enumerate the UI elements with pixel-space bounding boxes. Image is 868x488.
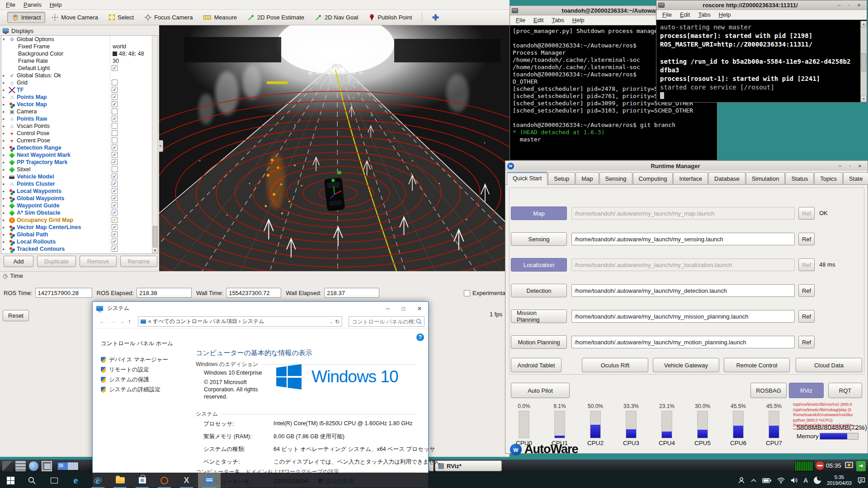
scroll-up-icon[interactable]: ▲ <box>861 21 867 27</box>
expander-icon[interactable]: ▸ <box>3 159 9 166</box>
property-row[interactable]: Frame Rate 30 <box>1 57 152 65</box>
rviz-button[interactable]: RViz <box>789 383 824 398</box>
display-item[interactable]: ▸ Local Rollouts <box>1 238 152 245</box>
close-icon[interactable]: ✕ <box>417 305 422 312</box>
display-item[interactable]: ▸ Grid <box>1 79 152 86</box>
display-item[interactable]: ▸ Vehicle Model <box>1 173 152 180</box>
launch-toggle-button[interactable]: Mission Planning <box>511 310 567 323</box>
expander-icon[interactable]: ▸ <box>3 180 9 188</box>
tab[interactable]: Setup <box>548 172 575 185</box>
remove-badge-icon[interactable] <box>816 461 824 470</box>
expander-icon[interactable]: ▸ <box>3 79 9 86</box>
launch-file-field[interactable]: /home/toandoh/.autoware/my_launch/my_map… <box>571 207 795 220</box>
launch-toggle-button[interactable]: Detection <box>511 284 567 297</box>
sidebar-item-home[interactable]: コントロール パネル ホーム <box>101 340 173 347</box>
ref-button[interactable]: Ref <box>798 258 815 271</box>
launch-file-field[interactable]: /home/toandoh/.autoware/my_launch/my_sen… <box>571 233 795 245</box>
time-field-value[interactable]: 218.37 <box>324 288 379 298</box>
time-field-value[interactable]: 1554237300.72 <box>226 288 281 298</box>
close-icon[interactable]: ✕ <box>856 3 862 8</box>
roscore-titlebar[interactable]: roscore http://Z0000236334:11311/ ─ ▫ ✕ <box>656 0 867 10</box>
display-item[interactable]: ▸ Vector Map <box>1 101 152 108</box>
menu-item[interactable]: File <box>2 0 19 9</box>
action-center-icon[interactable] <box>858 477 865 484</box>
tab[interactable]: Simulation <box>746 172 785 185</box>
display-enabled-checkbox[interactable] <box>112 181 118 187</box>
display-enabled-checkbox[interactable] <box>112 231 118 237</box>
menu-item[interactable]: Edit <box>529 16 547 24</box>
help-icon[interactable]: ? <box>416 333 424 341</box>
menu-item[interactable]: Edit <box>676 10 694 19</box>
logout-icon[interactable]: ➜ <box>856 461 866 471</box>
panel-collapse-handle[interactable]: ◂ <box>159 140 163 152</box>
tab[interactable]: Topics <box>814 172 843 185</box>
reset-button[interactable]: Reset <box>3 310 29 321</box>
property-row[interactable]: Default Light <box>1 65 152 72</box>
taskbar-search-button[interactable] <box>21 473 42 488</box>
property-value[interactable]: 30 <box>113 58 119 64</box>
remove-display-button[interactable]: Remove <box>80 256 117 267</box>
rename-display-button[interactable]: Rename <box>120 256 157 267</box>
display-item[interactable]: ▸ Points Cluster <box>1 180 152 188</box>
runtime-manager-titlebar[interactable]: w Runtime Manager ─ ▫ ✕ <box>505 161 868 171</box>
display-item[interactable]: ▸ Next Waypoint Mark <box>1 151 152 159</box>
expander-icon[interactable]: ▸ <box>3 231 9 238</box>
expander-icon[interactable]: ▸ <box>3 101 9 108</box>
tab[interactable]: Interface <box>673 172 708 185</box>
windows-clock[interactable]: 5:35 2019/04/03 <box>827 474 852 486</box>
search-icon[interactable] <box>416 319 422 324</box>
display-item[interactable]: ▸ Vector Map CenterLines <box>1 224 152 231</box>
display-enabled-checkbox[interactable] <box>112 130 118 136</box>
tab[interactable]: Quick Start <box>507 172 547 185</box>
expander-icon[interactable]: ▸ <box>3 72 9 79</box>
iconify-windows-icon[interactable] <box>42 461 52 471</box>
display-item[interactable]: ▸ Detection Range <box>1 144 152 151</box>
expander-icon[interactable]: ▸ <box>3 166 9 173</box>
launch-file-field[interactable]: /home/toandoh/.autoware/my_launch/my_mis… <box>571 310 795 323</box>
display-enabled-checkbox[interactable] <box>112 80 118 85</box>
scroll-down-icon[interactable]: ▼ <box>861 96 867 102</box>
search-input[interactable] <box>349 318 416 325</box>
ref-button[interactable]: Ref <box>798 336 815 348</box>
display-item[interactable]: ▸ Current Pose <box>1 137 152 144</box>
tab[interactable]: Map <box>576 172 599 185</box>
task-view-button[interactable] <box>43 473 65 488</box>
display-enabled-checkbox[interactable] <box>112 152 118 158</box>
display-enabled-checkbox[interactable] <box>112 108 118 114</box>
address-dropdown-icon[interactable]: ⌄ <box>329 319 333 324</box>
edge-button[interactable]: e <box>65 473 86 488</box>
back-icon[interactable]: ← <box>99 318 105 325</box>
menu-item[interactable]: Panels <box>19 0 46 9</box>
display-enabled-checkbox[interactable] <box>112 246 118 252</box>
device-button[interactable]: Oculus Rift <box>582 358 648 372</box>
menu-item[interactable]: Tabs <box>694 10 714 19</box>
display-enabled-checkbox[interactable] <box>112 94 118 100</box>
3d-viewport[interactable] <box>159 25 509 271</box>
expander-icon[interactable]: ▸ <box>3 224 9 231</box>
sidebar-item[interactable]: システムの保護 <box>101 376 149 384</box>
maximize-icon[interactable]: ▫ <box>846 3 852 8</box>
display-item[interactable]: ▸ Vscan Points <box>1 122 152 130</box>
display-item[interactable]: ▸ Points Map <box>1 94 152 101</box>
display-enabled-checkbox[interactable] <box>112 159 118 165</box>
expander-icon[interactable]: ▸ <box>3 151 9 159</box>
display-item[interactable]: ▸ Camera <box>1 108 152 115</box>
roscore-output[interactable]: auto-starting new masterprocess[master]:… <box>656 21 867 102</box>
web-browser-icon[interactable] <box>28 461 39 471</box>
maximize-icon[interactable]: □ <box>402 305 405 312</box>
sidebar-item[interactable]: デバイス マネージャー <box>101 356 168 364</box>
scrollbar-thumb[interactable] <box>861 53 866 71</box>
control-panel-button[interactable] <box>198 473 221 488</box>
ubuntu-button[interactable] <box>154 473 175 488</box>
display-enabled-checkbox[interactable] <box>112 116 118 122</box>
internet-explorer-button[interactable]: e <box>87 473 108 488</box>
launch-toggle-button[interactable]: Sensing <box>511 232 567 246</box>
hidden-icons-chevron-icon[interactable] <box>751 479 756 482</box>
display-item[interactable]: ▸ TF <box>1 86 152 94</box>
ime-icon[interactable] <box>814 477 821 484</box>
up-icon[interactable]: ↑ <box>128 318 131 325</box>
nav-goal-tool-button[interactable]: 2D Nav Goal <box>311 12 363 23</box>
expander-icon[interactable]: ▸ <box>3 94 9 101</box>
refresh-icon[interactable]: ↻ <box>335 319 340 325</box>
expander-icon[interactable]: ▸ <box>3 108 9 115</box>
